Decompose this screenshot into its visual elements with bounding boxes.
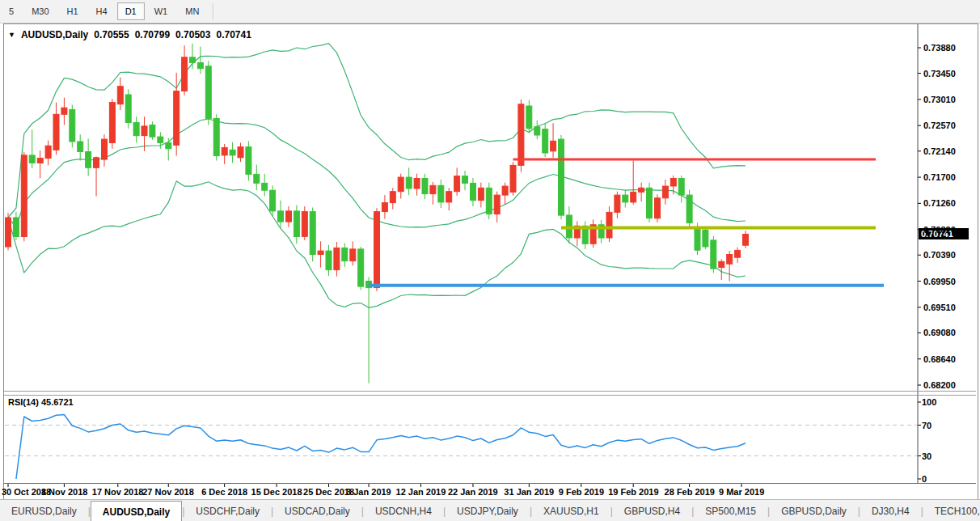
price-axis-label: 0.69080 [923,328,956,337]
candle [53,103,59,155]
bullish-candle-body [374,212,380,288]
candle [158,132,163,149]
date-axis-label: 28 Feb 2019 [665,487,715,497]
bearish-candle-body [230,150,235,155]
bearish-candle-body [342,248,348,260]
candle [574,221,580,246]
tab-xauusd-h1[interactable]: XAUUSD,H1 [532,500,610,521]
tab-gbpusd-daily[interactable]: GBPUSD,Daily [770,500,858,521]
bearish-candle-body [358,249,364,286]
candle [414,174,420,196]
bullish-candle-body [735,250,741,257]
date-axis-label: 3 Jan 2019 [346,487,391,497]
bearish-candle-body [125,95,131,123]
candle [382,195,387,218]
bearish-candle-body [422,179,428,194]
candle [711,236,716,273]
bullish-candle-body [478,188,484,200]
low-value: 0.70503 [175,29,210,40]
bullish-candle-body [670,179,676,187]
date-axis-label: 6 Dec 2018 [201,487,247,497]
bollinger-upper-band [8,44,746,218]
bullish-candle-body [102,139,108,159]
candle [102,134,108,167]
bullish-candle-body [61,108,67,114]
bearish-candle-body [438,185,444,202]
bearish-candle-body [406,177,412,188]
candle [286,206,292,227]
candle [582,221,588,249]
tab-audusd-daily[interactable]: AUDUSD,Daily [91,501,182,521]
bullish-candle-body [109,103,115,143]
candle [727,251,733,281]
bullish-candle-body [286,211,292,222]
bearish-candle-body [326,251,332,270]
symbol-period-label: AUDUSD,Daily [21,29,88,40]
price-axis-label: 0.73450 [923,69,956,78]
tab-eurusd-daily[interactable]: EURUSD,Daily [0,500,88,521]
bearish-candle-body [205,66,211,119]
collapse-triangle-icon[interactable]: ▼ [8,31,15,39]
tab-usdcnh-h4[interactable]: USDCNH,H4 [364,500,443,521]
tab-dj30-h4[interactable]: DJ30,H4 [860,500,921,521]
candle [166,138,171,161]
price-axis-label: 0.68200 [923,380,956,390]
candle [606,206,612,242]
rsi-axis-label: 0 [922,474,927,484]
candle [678,176,684,203]
candle [326,245,332,276]
chart-tab-bar: EURUSD,Daily|AUDUSD,Daily|USDCHF,Daily|U… [0,499,980,521]
date-axis-label: 17 Nov 2018 [92,487,144,497]
candle [526,100,532,133]
bearish-candle-body [78,142,83,152]
rsi-indicator-label: RSI(14) 45.6721 [8,397,74,407]
candle [86,138,91,176]
bearish-candle-body [133,123,139,136]
date-axis-label: 15 Dec 2018 [251,487,302,497]
candle [334,242,340,277]
bullish-candle-body [743,235,749,246]
bearish-candle-body [70,109,75,142]
bearish-candle-body [559,139,564,215]
bearish-candle-body [190,57,196,63]
candle [623,190,628,208]
bullish-candle-body [382,203,387,212]
candle [213,114,219,160]
bearish-candle-body [246,147,251,175]
candle [686,190,692,229]
candle [743,231,749,248]
rsi-axis-label: 70 [922,421,931,430]
close-value: 0.70741 [216,29,251,40]
tab-usdcad-daily[interactable]: USDCAD,Daily [273,500,361,521]
bullish-candle-body [21,155,27,237]
tab-tech100-h1[interactable]: TECH100,H1 [923,500,980,521]
tab-usdchf-daily[interactable]: USDCHF,Daily [184,500,271,521]
price-axis-label: 0.70390 [923,250,956,260]
bullish-candle-body [94,158,99,168]
bullish-candle-body [662,186,668,198]
bullish-candle-body [142,126,147,136]
candle [125,89,131,128]
candle [70,105,75,148]
tab-usdjpy-daily[interactable]: USDJPY,Daily [446,500,530,521]
price-axis-label: 0.69510 [923,303,956,312]
bearish-candle-body [150,125,155,138]
candle [205,61,211,125]
candle [342,244,348,267]
candle [262,174,268,197]
trading-app-window: { "toolbar": { "timeframes": [ {"label":… [0,0,980,521]
price-axis-label: 0.71700 [923,172,956,182]
tab-gbpusd-h4[interactable]: GBPUSD,H4 [613,500,691,521]
bearish-candle-body [695,227,700,251]
date-axis-label: 19 Feb 2019 [608,487,658,497]
candle [278,201,284,229]
candle [246,141,251,180]
candle [358,247,364,290]
candle [78,134,83,160]
candle [566,206,572,244]
bullish-candle-body [174,91,180,146]
chart-canvas[interactable] [0,0,980,521]
bullish-candle-body [494,195,500,214]
bearish-candle-body [262,183,268,190]
tab-sp500-m15[interactable]: SP500,M15 [694,500,767,521]
